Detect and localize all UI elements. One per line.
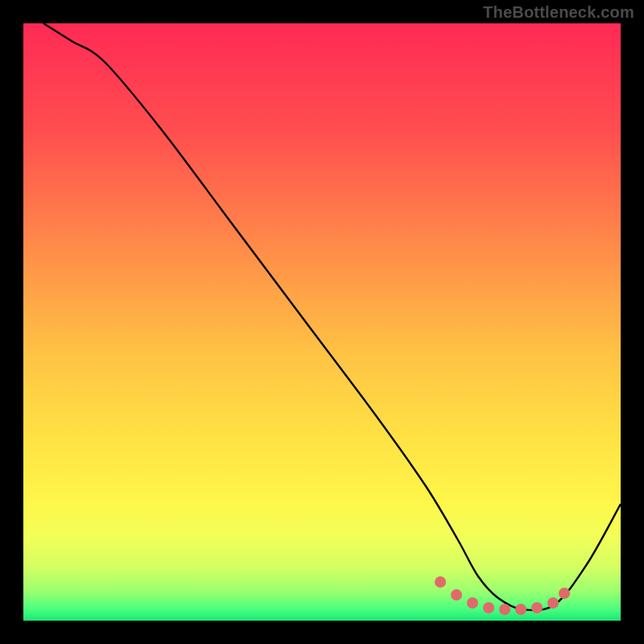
plot-area xyxy=(23,23,621,621)
curve-marker xyxy=(467,597,478,609)
plot-frame xyxy=(23,23,621,621)
curve-marker xyxy=(499,604,510,615)
watermark-label: TheBottleneck.com xyxy=(483,3,634,22)
curve-marker xyxy=(547,597,559,609)
curve-markers xyxy=(435,576,570,615)
curve-marker xyxy=(483,602,494,613)
curve-marker xyxy=(559,588,570,599)
curve-marker xyxy=(515,604,526,615)
curve-marker xyxy=(451,589,462,601)
bottleneck-curve xyxy=(23,23,621,621)
curve-marker xyxy=(435,576,446,588)
chart-container: TheBottleneck.com xyxy=(0,0,644,644)
curve-marker xyxy=(531,602,543,613)
curve-line xyxy=(43,23,621,610)
